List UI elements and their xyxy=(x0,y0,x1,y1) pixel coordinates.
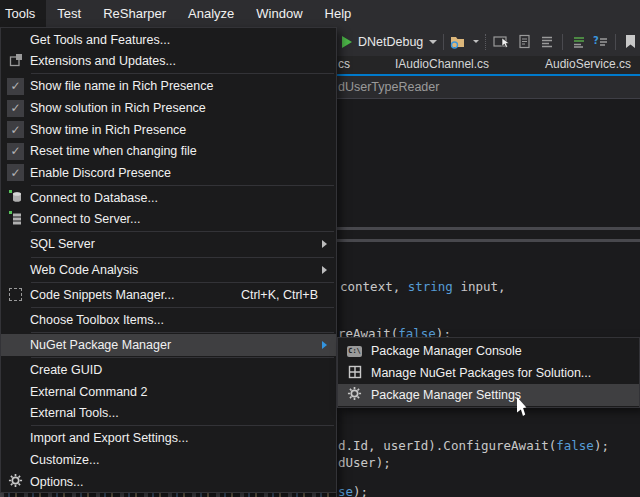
checkmark-icon: ✓ xyxy=(7,78,24,95)
menu-item-external-tools[interactable]: External Tools... xyxy=(1,403,336,425)
menu-separator xyxy=(31,357,334,358)
menu-separator xyxy=(31,307,334,308)
menubar-item-window[interactable]: Window xyxy=(245,0,313,27)
clipped-code-sliver xyxy=(0,493,337,497)
menu-item-connect-to-server[interactable]: Connect to Server... xyxy=(1,209,336,231)
checkmark-icon: ✓ xyxy=(7,100,24,117)
toolbar: DNetDebug xyxy=(337,27,640,56)
run-configuration-label[interactable]: DNetDebug xyxy=(358,35,423,49)
menu-item-choose-toolbox-items[interactable]: Choose Toolbox Items... xyxy=(1,309,336,331)
menubar-item-resharper[interactable]: ReSharper xyxy=(92,0,177,27)
gear-icon xyxy=(347,386,362,404)
menu-item-options[interactable]: Options... xyxy=(1,471,336,493)
menu-item-web-code-analysis[interactable]: Web Code Analysis xyxy=(1,259,336,281)
menu-item-show-solution-in-rich-presence[interactable]: ✓ Show solution in Rich Presence xyxy=(1,97,336,119)
server-icon xyxy=(8,210,23,228)
menu-item-code-snippets-manager[interactable]: Code Snippets Manager... Ctrl+K, Ctrl+B xyxy=(1,284,336,306)
navigation-bar[interactable]: dUserTypeReader xyxy=(337,76,640,99)
vs-ide-window: Tools Test ReSharper Analyze Window Help… xyxy=(0,0,640,497)
attach-to-process-icon[interactable] xyxy=(450,33,467,50)
submenu-arrow-icon xyxy=(322,240,327,248)
checkmark-icon: ✓ xyxy=(7,121,24,138)
paste-icon[interactable] xyxy=(516,33,533,50)
line-list-icon[interactable] xyxy=(539,33,556,50)
menu-item-connect-to-database[interactable]: Connect to Database... xyxy=(1,187,336,209)
breadcrumb[interactable]: dUserTypeReader xyxy=(338,80,439,94)
menu-item-show-time-in-rich-presence[interactable]: ✓ Show time in Rich Presence xyxy=(1,119,336,141)
code-line: dUser); xyxy=(338,455,391,470)
gear-icon xyxy=(8,473,23,491)
menu-separator xyxy=(31,231,334,232)
editor-divider xyxy=(337,227,640,230)
tab-clipped[interactable]: cs xyxy=(338,57,350,71)
menu-item-show-file-name-in-rich-presence[interactable]: ✓ Show file name in Rich Presence xyxy=(1,76,336,98)
menu-separator xyxy=(31,257,334,258)
code-snippets-icon xyxy=(9,288,22,301)
silent-code-cleanup-icon[interactable]: ? xyxy=(592,33,609,50)
toolbar-drag-handle[interactable] xyxy=(485,34,487,50)
menu-item-reset-time-when-changing-file[interactable]: ✓ Reset time when changing file xyxy=(1,140,336,162)
submenu-arrow-icon xyxy=(322,266,327,274)
database-icon xyxy=(8,189,23,207)
toolbar-separator xyxy=(615,34,616,50)
menubar-item-help[interactable]: Help xyxy=(314,0,363,27)
menu-item-external-command-2[interactable]: External Command 2 xyxy=(1,381,336,403)
toolbar-separator xyxy=(443,34,444,50)
tab-iaudiochannel[interactable]: IAudioChannel.cs xyxy=(395,57,489,71)
console-icon: C:\ xyxy=(347,346,362,357)
format-document-icon[interactable] xyxy=(569,33,586,50)
nuget-submenu: C:\ Package Manager Console Manage NuGet… xyxy=(337,337,640,408)
menu-bar: Tools Test ReSharper Analyze Window Help xyxy=(0,0,640,27)
submenu-arrow-icon xyxy=(322,341,327,349)
svg-text:?: ? xyxy=(593,35,599,46)
menu-item-nuget-package-manager[interactable]: NuGet Package Manager xyxy=(1,334,336,356)
tab-bar: cs IAudioChannel.cs AudioService.cs xyxy=(337,56,640,74)
extensions-icon xyxy=(9,53,23,70)
menu-item-manage-nuget-packages-for-solution[interactable]: Manage NuGet Packages for Solution... xyxy=(338,362,639,384)
code-editor[interactable]: context, string input, reAwait(false); d… xyxy=(337,100,640,497)
toolbar-overflow-icon[interactable] xyxy=(473,40,479,43)
tools-menu: Get Tools and Features... Extensions and… xyxy=(0,27,337,493)
menu-separator xyxy=(31,282,334,283)
menu-item-customize[interactable]: Customize... xyxy=(1,449,336,471)
menubar-item-test[interactable]: Test xyxy=(46,0,92,27)
checkmark-icon: ✓ xyxy=(7,164,24,181)
shortcut-label: Ctrl+K, Ctrl+B xyxy=(241,288,318,302)
code-line: d.Id, userId).ConfigureAwait(false); xyxy=(338,438,609,453)
editor-divider xyxy=(337,239,640,242)
toolbar-separator xyxy=(562,34,563,50)
menu-item-package-manager-console[interactable]: C:\ Package Manager Console xyxy=(338,340,639,362)
menu-item-extensions-and-updates[interactable]: Extensions and Updates... xyxy=(1,51,336,73)
menu-item-get-tools-and-features[interactable]: Get Tools and Features... xyxy=(1,29,336,51)
menu-separator xyxy=(31,73,334,74)
menubar-item-analyze[interactable]: Analyze xyxy=(177,0,245,27)
code-line: context, string input, xyxy=(340,279,506,294)
tab-audioservice[interactable]: AudioService.cs xyxy=(545,57,631,71)
bookmark-icon[interactable] xyxy=(622,33,639,50)
navigate-to-icon[interactable] xyxy=(493,33,510,50)
menu-item-sql-server[interactable]: SQL Server xyxy=(1,234,336,256)
menu-item-create-guid[interactable]: Create GUID xyxy=(1,359,336,381)
menu-item-enable-discord-presence[interactable]: ✓ Enable Discord Presence xyxy=(1,162,336,184)
package-icon xyxy=(348,365,362,382)
start-debug-icon[interactable] xyxy=(342,36,352,48)
menu-separator xyxy=(31,425,334,426)
checkmark-icon: ✓ xyxy=(7,143,24,160)
menu-item-import-and-export-settings[interactable]: Import and Export Settings... xyxy=(1,428,336,450)
menu-separator xyxy=(31,332,334,333)
menubar-item-tools[interactable]: Tools xyxy=(0,0,46,27)
run-config-dropdown-icon[interactable] xyxy=(429,40,437,44)
menu-item-package-manager-settings[interactable]: Package Manager Settings xyxy=(338,384,639,406)
code-line: se); xyxy=(338,484,368,497)
menu-separator xyxy=(31,185,334,186)
